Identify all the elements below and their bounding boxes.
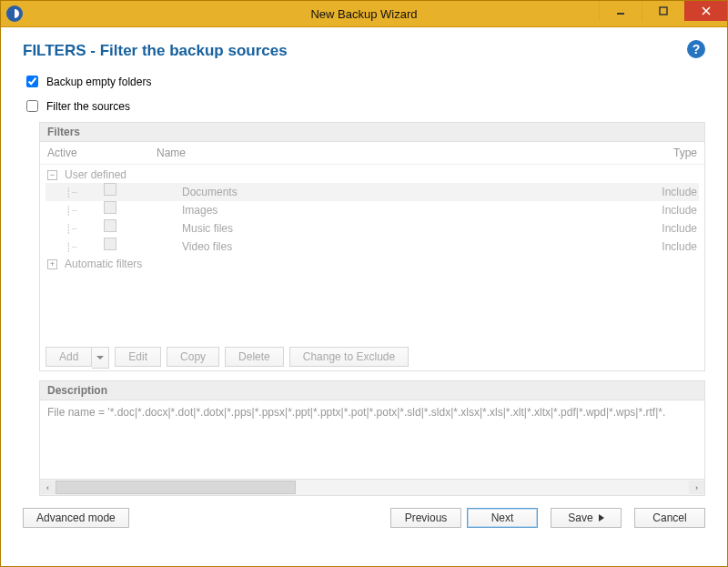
- tree-connector-icon: ┊┈: [66, 185, 104, 201]
- title-bar: New Backup Wizard: [1, 1, 727, 27]
- filters-section-title: Filters: [39, 122, 705, 141]
- filter-the-sources-checkbox[interactable]: Filter the sources: [23, 97, 705, 115]
- tree-connector-icon: ┊┈: [66, 239, 104, 256]
- filter-the-sources-input[interactable]: [26, 100, 38, 112]
- filter-row-music[interactable]: ┊┈ Music files Include: [46, 219, 699, 238]
- close-icon: [702, 6, 711, 15]
- filter-row-documents[interactable]: ┊┈ Documents Include: [46, 183, 699, 201]
- filter-type: Include: [647, 184, 697, 200]
- filter-name: Video files: [120, 238, 643, 255]
- description-text: File name = '*.doc|*.docx|*.dot|*.dotx|*…: [47, 406, 665, 419]
- client-area: ? FILTERS - Filter the backup sources Ba…: [1, 27, 727, 566]
- backup-empty-folders-label: Backup empty folders: [46, 76, 151, 88]
- group-automatic-filters-label: Automatic filters: [65, 256, 142, 272]
- edit-button[interactable]: Edit: [115, 347, 161, 367]
- tree-connector-icon: ┊┈: [66, 221, 104, 238]
- filter-name: Music files: [120, 220, 643, 237]
- window: New Backup Wizard ? FILTERS - Filter the…: [0, 0, 728, 567]
- filter-name: Documents: [120, 184, 643, 200]
- tree-connector-icon: ┊┈: [66, 203, 104, 219]
- maximize-button[interactable]: [642, 1, 684, 21]
- description-box: File name = '*.doc|*.docx|*.dot|*.dotx|*…: [39, 400, 705, 480]
- backup-empty-folders-input[interactable]: [26, 76, 38, 87]
- column-name: Name: [157, 147, 652, 159]
- close-button[interactable]: [684, 1, 727, 21]
- app-icon: [6, 5, 23, 22]
- save-button-label: Save: [568, 509, 592, 527]
- expand-icon[interactable]: +: [47, 259, 57, 269]
- wizard-footer: Advanced mode Previous Next Save Cancel: [23, 496, 705, 528]
- add-button-dropdown[interactable]: [92, 347, 109, 369]
- description-section-title: Description: [39, 380, 705, 400]
- previous-button[interactable]: Previous: [390, 508, 461, 528]
- add-button-label: Add: [46, 347, 92, 367]
- column-active: Active: [47, 147, 157, 159]
- minimize-icon: [616, 6, 625, 15]
- svg-rect-0: [617, 13, 624, 15]
- copy-button[interactable]: Copy: [167, 347, 219, 367]
- scroll-track[interactable]: [56, 481, 689, 494]
- filters-tree[interactable]: − User defined ┊┈ Documents Include ┊┈ I…: [40, 165, 704, 339]
- page-heading: FILTERS - Filter the backup sources: [23, 42, 705, 60]
- row-checkbox[interactable]: [104, 219, 116, 232]
- scroll-left-button[interactable]: ‹: [40, 481, 56, 494]
- chevron-down-icon: [96, 354, 104, 361]
- delete-button[interactable]: Delete: [225, 347, 284, 367]
- save-button[interactable]: Save: [551, 508, 622, 528]
- filters-panel: Active Name Type − User defined ┊┈ Docum…: [39, 141, 705, 371]
- help-button[interactable]: ?: [687, 40, 705, 58]
- advanced-mode-button[interactable]: Advanced mode: [23, 508, 129, 528]
- filter-row-video[interactable]: ┊┈ Video files Include: [46, 238, 699, 256]
- next-button[interactable]: Next: [467, 508, 538, 528]
- group-automatic-filters[interactable]: + Automatic filters: [46, 256, 699, 272]
- minimize-button[interactable]: [599, 1, 642, 21]
- change-to-exclude-button[interactable]: Change to Exclude: [289, 347, 409, 367]
- filter-type: Include: [647, 202, 697, 218]
- filters-header-row: Active Name Type: [40, 142, 704, 165]
- row-checkbox[interactable]: [104, 238, 116, 250]
- description-h-scrollbar[interactable]: ‹ ›: [39, 480, 705, 496]
- filter-type: Include: [647, 220, 697, 237]
- row-checkbox[interactable]: [104, 183, 116, 196]
- maximize-icon: [659, 6, 668, 15]
- add-button[interactable]: Add: [46, 347, 109, 369]
- backup-empty-folders-checkbox[interactable]: Backup empty folders: [23, 73, 705, 90]
- column-type: Type: [652, 147, 697, 159]
- cancel-button[interactable]: Cancel: [634, 508, 705, 528]
- filter-the-sources-label: Filter the sources: [46, 100, 130, 113]
- row-checkbox[interactable]: [104, 201, 116, 214]
- filter-name: Images: [120, 202, 643, 218]
- collapse-icon[interactable]: −: [47, 170, 57, 180]
- filter-row-images[interactable]: ┊┈ Images Include: [46, 201, 699, 219]
- svg-rect-1: [660, 7, 667, 15]
- chevron-right-icon: [599, 514, 604, 521]
- group-user-defined-label: User defined: [65, 167, 126, 183]
- filter-type: Include: [647, 238, 697, 255]
- scroll-thumb[interactable]: [56, 481, 296, 494]
- group-user-defined[interactable]: − User defined: [46, 167, 699, 183]
- scroll-right-button[interactable]: ›: [689, 481, 704, 494]
